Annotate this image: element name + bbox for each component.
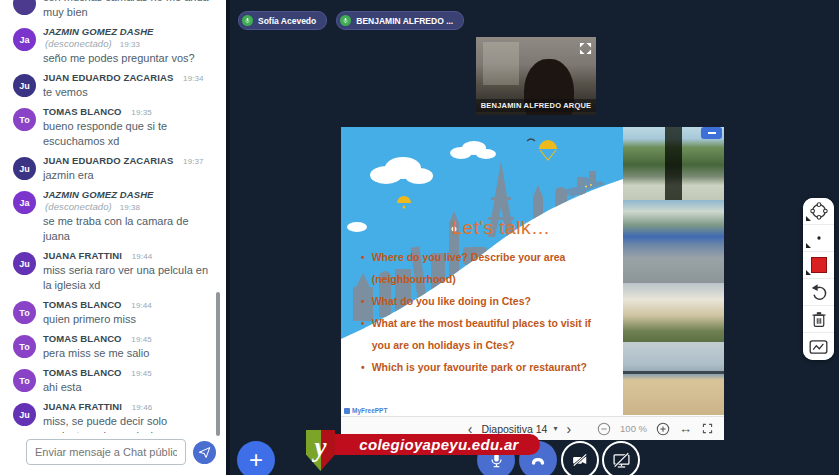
zoom-in-button[interactable]	[656, 422, 670, 436]
message-text: miss seria raro ver una pelcula en la ig…	[43, 263, 212, 293]
chat-message: Ju JUANA FRATTINI 19:44 miss seria raro …	[0, 247, 218, 296]
thickness-icon[interactable]	[803, 225, 834, 252]
message-timestamp: 19:44	[131, 301, 152, 310]
message-text: ahi esta	[43, 380, 152, 395]
message-text: te vemos	[43, 85, 204, 100]
message-author: JUAN EDUARDO ZACARIAS	[43, 155, 173, 166]
message-text: pera miss se me salio	[43, 346, 152, 361]
webcam-thumbnail[interactable]: BENJAMIN ALFREDO ARQUE	[476, 37, 596, 115]
message-text: quien primero miss	[43, 312, 152, 327]
chat-message: Ju JUANA FRATTINI 19:46 miss, se puede d…	[0, 398, 218, 433]
send-message-button[interactable]	[193, 441, 216, 464]
chat-message: To TOMAS BLANCO 19:45 pera miss se me sa…	[0, 330, 218, 364]
avatar: To	[13, 335, 36, 358]
message-author-status: (desconectado)	[45, 38, 112, 49]
chat-message-input[interactable]	[26, 439, 186, 465]
zoom-level-label: 100 %	[620, 423, 647, 434]
mic-on-icon	[242, 15, 253, 26]
message-text: se me traba con la camara de juana	[43, 214, 212, 244]
chat-scrollbar[interactable]	[216, 292, 220, 436]
minimize-icon	[708, 132, 716, 134]
message-author: JAZMIN GOMEZ DASHE	[43, 26, 154, 37]
expand-icon[interactable]	[579, 41, 592, 59]
undo-icon[interactable]	[803, 279, 834, 306]
screenshare-off-button[interactable]	[602, 441, 640, 475]
chat-message: Ja JAZMIN GOMEZ DASHE (desconectado) 19:…	[0, 23, 218, 69]
bullet-dot: •	[361, 312, 365, 356]
message-timestamp: 19:45	[131, 335, 152, 344]
message-author: TOMAS BLANCO	[43, 333, 122, 344]
minimize-presentation-button[interactable]	[701, 127, 722, 139]
message-text: miss, se puede decir solo corrientes o l…	[43, 414, 212, 433]
avatar: Ju	[13, 157, 36, 180]
multi-user-whiteboard-icon[interactable]	[803, 333, 834, 360]
school-watermark-text: colegioyapeyu.edu.ar	[359, 436, 518, 453]
chat-message: Ja JAZMIN GOMEZ DASHE (desconectado) 19:…	[0, 186, 218, 247]
message-timestamp: 19:45	[131, 369, 152, 378]
message-text: seño me podes preguntar vos?	[43, 51, 212, 66]
message-text: con muchas camaras no me anda muy bien	[43, 0, 212, 20]
chat-input-row	[26, 438, 216, 466]
presentation-area: Let's talk… • Where do you live? Describ…	[341, 127, 724, 440]
speaking-participants-bar: Sofía Acevedo BENJAMIN ALFREDO ...	[238, 11, 464, 30]
message-timestamp: 19:44	[132, 252, 153, 261]
mic-on-icon	[340, 15, 351, 26]
quick-actions-plus-button[interactable]: +	[237, 441, 275, 475]
message-timestamp: 19:33	[120, 40, 141, 49]
slide-title: Let's talk…	[381, 217, 621, 239]
message-author-status: (desconectado)	[45, 201, 112, 212]
message-timestamp: 19:34	[183, 74, 204, 83]
avatar: Ju	[13, 252, 36, 275]
pedestrian-street-photo	[623, 200, 724, 283]
message-author: JUANA FRATTINI	[43, 250, 122, 261]
avatar: Ja	[13, 28, 36, 51]
myfreeppt-icon	[344, 408, 350, 414]
public-chat-panel: con muchas camaras no me anda muy bien J…	[0, 0, 230, 475]
slide-number-label[interactable]: Diapositiva 14	[481, 423, 547, 435]
fit-width-icon[interactable]: ↔	[679, 422, 692, 435]
slide-photo-column	[623, 127, 724, 416]
webcam-off-button[interactable]	[561, 441, 599, 475]
bullet-dot: •	[361, 290, 365, 312]
next-slide-button[interactable]: ›	[566, 422, 571, 436]
chat-message: Ju JUAN EDUARDO ZACARIAS 19:34 te vemos	[0, 69, 218, 103]
message-author: TOMAS BLANCO	[43, 106, 122, 117]
message-author: JUANA FRATTINI	[43, 401, 122, 412]
slide-content: Let's talk… • Where do you live? Describ…	[341, 127, 724, 416]
participant-pill-label: Sofía Acevedo	[258, 16, 316, 26]
message-timestamp: 19:37	[183, 157, 204, 166]
message-author: JUAN EDUARDO ZACARIAS	[43, 72, 173, 83]
participant-pill-label: BENJAMIN ALFREDO ...	[356, 16, 453, 26]
fullscreen-icon[interactable]	[701, 422, 714, 435]
avatar: Ju	[13, 74, 36, 97]
message-author: TOMAS BLANCO	[43, 367, 122, 378]
chevron-down-icon[interactable]: ▾	[553, 424, 557, 433]
message-timestamp: 19:38	[120, 203, 141, 212]
participant-pill[interactable]: Sofía Acevedo	[238, 11, 327, 30]
church-aerial-photo	[623, 283, 724, 342]
bullet-dot: •	[361, 246, 365, 290]
meeting-app: con muchas camaras no me anda muy bien J…	[0, 0, 839, 475]
slide-bullet-list: • Where do you live? Describe your area …	[361, 246, 611, 378]
slide-bullet-item: • Where do you live? Describe your area …	[361, 246, 611, 290]
screenshare-off-icon	[611, 450, 632, 471]
chat-message: To TOMAS BLANCO 19:35 bueno responde que…	[0, 103, 218, 152]
message-text: bueno responde que si te escuchamos xd	[43, 119, 212, 149]
myfreeppt-watermark: MyFreePPT	[344, 407, 387, 414]
message-timestamp: 19:46	[132, 403, 153, 412]
school-logo: y	[306, 430, 335, 471]
bullet-dot: •	[361, 356, 365, 378]
avatar: To	[13, 301, 36, 324]
clear-annotations-icon[interactable]	[803, 306, 834, 333]
tools-icon[interactable]	[803, 198, 834, 225]
message-text: jazmin era	[43, 168, 204, 183]
whiteboard-toolbar	[803, 198, 834, 360]
participant-pill[interactable]: BENJAMIN ALFREDO ...	[336, 11, 464, 30]
avatar: To	[13, 108, 36, 131]
zoom-out-button[interactable]	[597, 422, 611, 436]
webcam-name-tag: BENJAMIN ALFREDO ARQUE	[476, 99, 596, 112]
avatar	[13, 0, 36, 15]
color-swatch-red[interactable]	[803, 252, 834, 279]
chat-message: To TOMAS BLANCO 19:45 ahi esta	[0, 364, 218, 398]
paper-plane-icon	[198, 446, 211, 459]
